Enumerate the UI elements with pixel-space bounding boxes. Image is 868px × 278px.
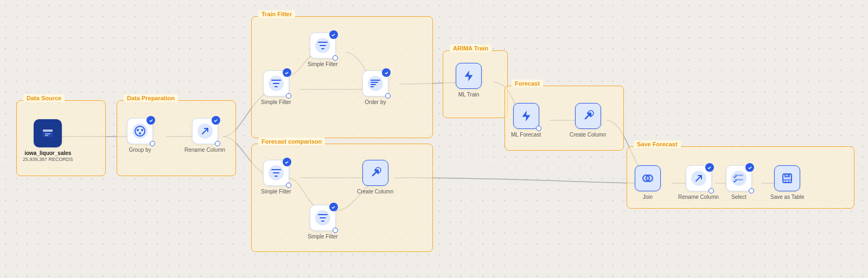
svg-rect-1 xyxy=(43,130,53,132)
node-ml-forecast[interactable]: ML Forecast xyxy=(511,103,541,138)
node-datasource[interactable]: iowa_liquor_sales 25,939,387 RECORDS xyxy=(23,119,73,163)
node-simple-filter-3-label: Simple Filter xyxy=(261,189,291,195)
group-forecast-comparison-label: Forecast comparison xyxy=(258,138,325,145)
svg-point-7 xyxy=(139,132,141,134)
node-simple-filter-4-label: Simple Filter xyxy=(308,234,338,240)
svg-point-5 xyxy=(137,129,139,131)
node-create-col-2-label: Create Column xyxy=(357,189,393,195)
group-data-preparation-label: Data Preparation xyxy=(124,94,178,102)
node-simple-filter-1-label: Simple Filter xyxy=(261,99,291,105)
node-save-as-table-label: Save as Table xyxy=(770,194,805,200)
node-group-by[interactable]: Group by xyxy=(127,118,153,153)
group-save-forecast-label: Save Forecast xyxy=(634,140,681,148)
node-create-col-1-label: Create Column xyxy=(570,132,606,138)
node-simple-filter-4[interactable]: Simple Filter xyxy=(308,205,338,240)
node-simple-filter-1[interactable]: Simple Filter xyxy=(261,70,291,105)
svg-point-4 xyxy=(135,126,145,136)
svg-rect-15 xyxy=(788,174,789,176)
svg-point-6 xyxy=(141,129,143,131)
group-data-source-label: Data Source xyxy=(23,94,65,102)
node-order-by[interactable]: Order by xyxy=(362,70,388,105)
node-rename-column-2[interactable]: Rename Column xyxy=(678,165,719,200)
node-ml-train-label: ML Train xyxy=(458,92,480,98)
workflow-canvas: Data Source Data Preparation Train Filte… xyxy=(0,0,868,278)
svg-point-11 xyxy=(646,175,653,182)
group-forecast-label: Forecast xyxy=(512,80,543,87)
node-order-by-label: Order by xyxy=(365,99,386,105)
node-ml-train[interactable]: ML Train xyxy=(456,63,482,98)
group-arima-train-label: ARIMA Train xyxy=(450,44,492,52)
node-create-column-1[interactable]: Create Column xyxy=(570,103,606,138)
node-create-column-2[interactable]: Create Column xyxy=(357,160,393,195)
node-join-label: Join xyxy=(643,194,653,200)
node-save-as-table[interactable]: Save as Table xyxy=(770,165,805,200)
node-join[interactable]: Join xyxy=(635,165,661,200)
node-rename-col-1-label: Rename Column xyxy=(184,147,225,153)
node-group-by-label: Group by xyxy=(129,147,151,153)
node-select[interactable]: Select xyxy=(726,165,752,200)
datasource-records: 25,939,387 RECORDS xyxy=(23,156,73,163)
node-select-label: Select xyxy=(731,194,746,200)
node-simple-filter-2-label: Simple Filter xyxy=(308,61,338,67)
datasource-name: iowa_liquor_sales xyxy=(24,150,71,156)
node-rename-column-1[interactable]: Rename Column xyxy=(184,118,225,153)
node-simple-filter-2[interactable]: Simple Filter xyxy=(308,33,338,67)
node-rename-col-2-label: Rename Column xyxy=(678,194,719,200)
node-ml-forecast-label: ML Forecast xyxy=(511,132,541,138)
group-train-filter-label: Train Filter xyxy=(258,10,295,18)
node-simple-filter-3[interactable]: Simple Filter xyxy=(261,160,291,195)
